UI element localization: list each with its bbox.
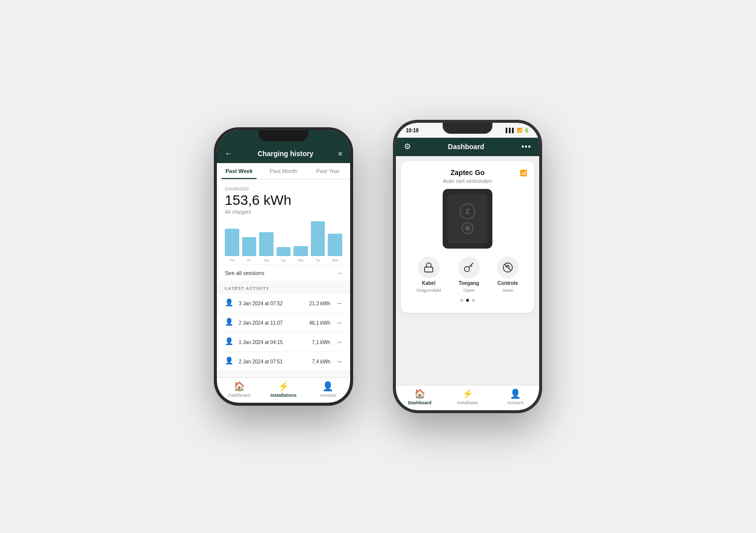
bar-col-su: Su xyxy=(277,247,291,263)
activity-row-arrow: → xyxy=(336,319,342,326)
bar-label-sa: Sa xyxy=(264,258,269,263)
phone1-screen: ← Charging history ≡ Past Week Past Mont… xyxy=(217,130,350,403)
control-controle[interactable]: Controle Geen xyxy=(497,257,519,293)
bar-th xyxy=(225,229,239,256)
tab-past-month[interactable]: Past Month xyxy=(261,163,305,179)
activity-kwh: 46,1 kWh xyxy=(309,320,330,326)
see-all-arrow: → xyxy=(337,270,342,276)
nav2-account-label: Account xyxy=(507,400,524,405)
activity-item[interactable]: 👤 1 Jan 2024 at 04:15 7,1 kWh → xyxy=(217,333,350,352)
bar-label-mo: Mo xyxy=(298,258,303,263)
dot-3 xyxy=(472,299,475,302)
bar-tu xyxy=(311,221,325,256)
bar-col-th: Th xyxy=(225,229,239,263)
activity-item[interactable]: 👤 3 Jan 2024 at 07:52 21,3 kWh → xyxy=(217,294,350,313)
page-title: Charging history xyxy=(233,150,338,158)
activity-section: LATEST ACTIVITY 👤 3 Jan 2024 at 07:52 21… xyxy=(217,281,350,377)
nav2-installaties[interactable]: ⚡ Installaties xyxy=(444,388,491,405)
bar-label-we: We xyxy=(332,258,338,263)
charger-image: Z xyxy=(443,189,492,249)
charger-card: Zaptec Go 📶 Auto niet verbonden Z xyxy=(401,161,534,313)
activity-person-icon: 👤 xyxy=(225,356,235,366)
phone1-bottom-nav: 🏠 Dashboard ⚡ Installations 👤 Account xyxy=(217,377,350,403)
phone1-content: Past Week Past Month Past Year CHARGED 1… xyxy=(217,163,350,377)
see-all-sessions[interactable]: See all sessions → xyxy=(217,265,350,281)
activity-person-icon: 👤 xyxy=(225,318,235,328)
phone1-notch xyxy=(259,130,308,141)
activity-item[interactable]: 👤 2 Jan 2024 at 07:51 7,4 kWh → xyxy=(217,352,350,371)
tab-past-week[interactable]: Past Week xyxy=(217,163,261,179)
bar-we xyxy=(328,234,342,256)
port-inner xyxy=(465,226,470,231)
activity-person-icon: 👤 xyxy=(225,337,235,347)
charger-logo: Z xyxy=(460,203,475,219)
toegang-icon-circle xyxy=(458,257,480,278)
control-kabel[interactable]: Kabel Ontgrendeld xyxy=(416,257,441,293)
bar-su xyxy=(277,247,291,256)
nav2-account[interactable]: 👤 Account xyxy=(491,388,539,405)
see-all-label: See all sessions xyxy=(225,270,265,276)
controls-row: Kabel Ontgrendeld Toegang xyxy=(408,255,527,295)
activity-kwh: 7,4 kWh xyxy=(312,359,330,364)
nav2-dashboard-icon: 🏠 xyxy=(414,388,425,399)
kabel-label: Kabel xyxy=(422,280,435,286)
bar-col-mo: Mo xyxy=(293,246,308,263)
stats-label: CHARGED xyxy=(225,186,342,191)
nav-account-icon: 👤 xyxy=(322,381,333,392)
toegang-label: Toegang xyxy=(459,280,479,286)
battery-icon: 🔋 xyxy=(524,128,529,133)
control-toegang[interactable]: Toegang Open xyxy=(458,257,480,293)
nav2-installaties-icon: ⚡ xyxy=(462,388,473,399)
card-signal-icon: 📶 xyxy=(520,170,527,177)
activity-row-arrow: → xyxy=(336,300,342,307)
activity-row-arrow: → xyxy=(336,339,342,346)
tab-past-year[interactable]: Past Year xyxy=(306,163,350,179)
phone2-notch xyxy=(443,123,492,134)
nav-account[interactable]: 👤 Account xyxy=(306,381,350,398)
controle-sub: Geen xyxy=(502,288,513,293)
bar-mo xyxy=(293,246,308,256)
more-options-icon[interactable]: ••• xyxy=(521,142,531,151)
status-icons: ▌▌▌ 📶 🔋 xyxy=(506,128,529,133)
activity-header: LATEST ACTIVITY xyxy=(217,281,350,294)
bar-chart: ThFrSaSuMoTuWe xyxy=(217,219,350,265)
key-icon xyxy=(464,262,474,273)
nav-dashboard[interactable]: 🏠 Dashboard xyxy=(217,381,261,398)
activity-list: 👤 3 Jan 2024 at 07:52 21,3 kWh → 👤 2 Jan… xyxy=(217,294,350,371)
signal-bars: ▌▌▌ xyxy=(506,128,515,133)
kabel-icon-circle xyxy=(418,257,440,278)
dashboard-footer-space xyxy=(396,318,539,385)
activity-item[interactable]: 👤 2 Jan 2024 at 11:07 46,1 kWh → xyxy=(217,313,350,333)
filter-icon[interactable]: ≡ xyxy=(338,150,342,158)
activity-date: 2 Jan 2024 at 11:07 xyxy=(239,320,305,326)
dot-1 xyxy=(460,299,463,302)
kabel-sub: Ontgrendeld xyxy=(416,288,441,293)
bar-col-tu: Tu xyxy=(311,221,325,263)
dashboard-screen: Zaptec Go 📶 Auto niet verbonden Z xyxy=(396,156,539,410)
nav2-dashboard[interactable]: 🏠 Dashboard xyxy=(396,388,444,405)
dashboard-header: ⚙ Dashboard ••• xyxy=(396,138,539,156)
phone1-header: ← Charging history ≡ xyxy=(217,145,350,163)
nav2-installaties-label: Installaties xyxy=(457,400,478,405)
activity-date: 2 Jan 2024 at 07:51 xyxy=(239,359,308,364)
back-button[interactable]: ← xyxy=(225,149,233,158)
nav-dashboard-label: Dashboard xyxy=(228,393,250,398)
charger-status: Auto niet verbonden xyxy=(408,178,527,184)
svg-point-1 xyxy=(465,266,470,271)
nav-installations-icon: ⚡ xyxy=(278,381,289,392)
settings-gear-icon[interactable]: ⚙ xyxy=(404,142,411,151)
charger-device: Z xyxy=(448,194,487,244)
charger-name: Zaptec Go xyxy=(451,169,484,177)
period-tabs: Past Week Past Month Past Year xyxy=(217,163,350,179)
nav2-account-icon: 👤 xyxy=(510,388,521,399)
wifi-icon: 📶 xyxy=(517,128,522,133)
status-time: 10:19 xyxy=(406,128,419,133)
bar-label-fr: Fr xyxy=(247,258,251,263)
no-control-icon xyxy=(502,262,513,273)
bar-label-su: Su xyxy=(281,258,286,263)
activity-person-icon: 👤 xyxy=(225,298,235,308)
nav-installations[interactable]: ⚡ Installations xyxy=(261,381,305,398)
scene: ← Charging history ≡ Past Week Past Mont… xyxy=(184,90,572,443)
nav-installations-label: Installations xyxy=(271,393,297,398)
dashboard-title: Dashboard xyxy=(411,143,521,151)
